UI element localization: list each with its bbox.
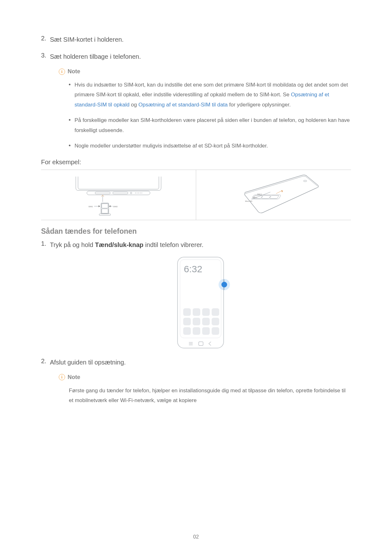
power-button-label: Tænd/sluk-knap [95,241,143,248]
svg-rect-1 [95,192,110,194]
svg-rect-33 [193,327,200,335]
ordered-steps-bottom: 1. Tryk på og hold Tænd/sluk-knap indtil… [41,240,351,406]
step-text-part: Tryk på og hold [50,241,95,248]
info-icon: i [59,69,65,75]
svg-point-8 [142,193,142,193]
svg-rect-34 [202,327,210,335]
svg-rect-10 [101,203,109,214]
sim-bottom-illustration: SIM1 SIM2 [65,173,172,217]
svg-rect-11 [102,204,108,208]
note-header: i Note [59,374,351,381]
svg-rect-27 [212,308,219,316]
step-text: Sæt holderen tilbage i telefonen. [50,52,351,61]
svg-point-6 [138,193,139,193]
step-number: 3. [41,52,46,59]
svg-rect-24 [183,308,191,316]
step-item: 2. Afslut guiden til opsætning. i Note F… [41,358,351,406]
note-bullet: På forskellige modeller kan SIM-korthold… [69,115,351,135]
section-heading-power-on: Sådan tændes for telefonen [41,227,351,236]
step-item: 1. Tryk på og hold Tænd/sluk-knap indtil… [41,240,351,350]
note-bullet: Nogle modeller understøtter muligvis ind… [69,141,351,151]
note-label: Note [68,374,80,381]
svg-rect-13 [99,214,111,215]
note-header: i Note [59,68,351,75]
svg-rect-25 [193,308,200,316]
svg-rect-30 [202,318,210,325]
step-text: Afslut guiden til opsætning. [50,358,351,367]
note-block: i Note Første gang du tænder for telefon… [59,374,351,406]
phone-power-illustration: 6:32 [171,255,231,350]
sim-diagram-row: SIM1 SIM2 [41,170,351,220]
svg-point-23 [221,282,227,287]
svg-rect-31 [212,318,219,325]
sim-side-illustration: SIM 2 SIM 1 Micro SD [220,173,327,217]
page-number: 02 [0,534,392,540]
diagram-sim1-label: SIM1 [88,206,93,208]
step-text: Sæt SIM-kortet i holderen. [50,35,351,44]
svg-point-7 [140,193,141,193]
info-icon: i [59,374,65,380]
step-text-part: indtil telefon vibrerer. [143,241,203,248]
svg-rect-18 [269,195,279,198]
step-text: Tryk på og hold Tænd/sluk-knap indtil te… [50,240,351,250]
diagram-microsd-label: Micro SD [245,200,252,202]
step-number: 1. [41,240,46,247]
note-paragraph: Første gang du tænder for telefon, hjælp… [59,386,351,406]
svg-point-4 [135,193,136,193]
link-setup-data-sim[interactable]: Opsætning af et standard-SIM til data [138,102,228,108]
svg-point-3 [130,192,132,194]
diagram-sim2-label: SIM 2 [257,193,262,195]
note-block: i Note Hvis du indsætter to SIM-kort, ka… [59,68,351,151]
note-list: Hvis du indsætter to SIM-kort, kan du in… [59,80,351,151]
diagram-sim1b-label: SIM 1 [253,196,257,198]
svg-rect-26 [202,308,210,316]
svg-rect-35 [212,327,219,335]
svg-rect-28 [183,318,191,325]
ordered-steps-top: 2. Sæt SIM-kortet i holderen. 3. Sæt hol… [41,35,351,151]
phone-clock-time: 6:32 [184,264,202,274]
step-number: 2. [41,35,46,42]
step-item: 2. Sæt SIM-kortet i holderen. [41,35,351,44]
phone-illustration-wrap: 6:32 [50,255,351,350]
note-text-part: og [130,102,138,108]
step-number: 2. [41,358,46,365]
diagram-sim2-label: SIM2 [113,206,118,208]
sim-diagram-bottom-tray: SIM1 SIM2 [41,170,196,220]
svg-rect-32 [183,327,191,335]
note-text-part: for yderligere oplysninger. [228,102,291,108]
svg-rect-17 [261,195,271,198]
note-label: Note [68,68,80,75]
step-item: 3. Sæt holderen tilbage i telefonen. i N… [41,52,351,151]
svg-rect-29 [193,318,200,325]
svg-point-5 [137,193,137,193]
for-example-label: For eksempel: [41,159,351,166]
note-bullet: Hvis du indsætter to SIM-kort, kan du in… [69,80,351,110]
svg-rect-2 [113,192,128,194]
svg-point-14 [304,180,307,181]
svg-rect-12 [102,209,108,213]
sim-diagram-side-tray: SIM 2 SIM 1 Micro SD [196,170,351,220]
